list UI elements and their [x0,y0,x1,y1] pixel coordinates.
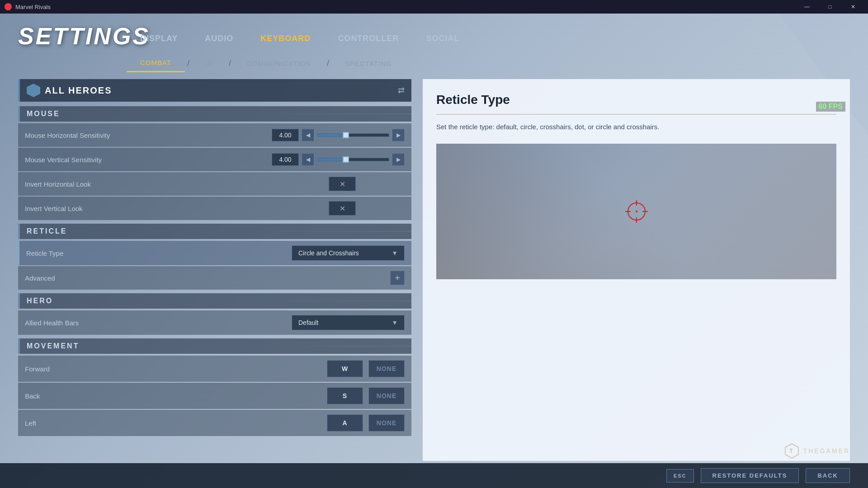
advanced-row[interactable]: Advanced + [18,266,411,290]
left-row: Left A NONE [18,410,411,436]
left-panel: ALL HEROES ⇄ MOUSE Mouse Horizontal Sens… [18,79,411,461]
maximize-button[interactable]: □ [820,0,840,14]
tab-keyboard[interactable]: KEYBOARD [247,27,324,50]
reticle-type-row: Reticle Type Circle and Crosshairs ▼ [18,241,411,265]
advanced-label: Advanced [25,274,390,282]
back-label: Back [25,392,324,400]
hero-selector[interactable]: ALL HEROES ⇄ [18,79,411,102]
mouse-horizontal-value: 4.00 [272,129,299,141]
left-label: Left [25,419,324,427]
forward-row: Forward W NONE [18,356,411,382]
sub-nav: COMBAT / UI / COMMUNICATION / SPECTATING [127,54,406,72]
mouse-vertical-thumb[interactable] [343,156,349,163]
mouse-vertical-slider[interactable] [317,158,389,161]
esc-button[interactable]: ESC [666,469,694,483]
invert-horizontal-toggle[interactable]: ✕ [329,177,356,191]
invert-vertical-control: ✕ [329,201,405,216]
movement-section-header: MOVEMENT [18,338,411,354]
mouse-vertical-value: 4.00 [272,153,299,166]
tab-display[interactable]: DISPLAY [127,27,191,50]
invert-vertical-toggle[interactable]: ✕ [329,201,356,216]
reticle-type-dropdown[interactable]: Circle and Crosshairs ▼ [292,245,405,261]
left-key1[interactable]: A [327,414,363,432]
mouse-horizontal-increase[interactable]: ▶ [392,129,405,141]
tab-audio[interactable]: AUDIO [191,27,247,50]
mouse-vertical-label: Mouse Vertical Sensitivity [25,156,272,164]
hero-icon [27,84,40,97]
invert-horizontal-row: Invert Horizontal Look ✕ [18,172,411,196]
mouse-horizontal-control: 4.00 ◀ ▶ [272,129,405,141]
mouse-vertical-control: 4.00 ◀ ▶ [272,153,405,166]
allied-health-value: Default [298,319,387,326]
back-row: Back S NONE [18,383,411,409]
mouse-section-header: MOUSE [18,106,411,122]
thegamer-text: THEGAMER [803,447,850,455]
back-key2[interactable]: NONE [368,387,405,404]
left-key2[interactable]: NONE [368,414,405,432]
tab-social[interactable]: SOCIAL [412,27,473,50]
hero-swap-icon[interactable]: ⇄ [398,85,405,95]
reticle-type-value: Circle and Crosshairs [298,249,387,257]
reticle-top-line [636,200,637,206]
back-key1[interactable]: S [327,387,363,404]
subtab-combat[interactable]: COMBAT [127,54,185,72]
hero-section-header: HERO [18,293,411,309]
subtab-ui[interactable]: UI [192,55,226,72]
forward-key1[interactable]: W [327,360,363,377]
allied-health-row: Allied Health Bars Default ▼ [18,310,411,335]
invert-horizontal-label: Invert Horizontal Look [25,180,329,188]
invert-vertical-label: Invert Vertical Look [25,205,329,212]
reticle-type-label: Reticle Type [26,249,292,257]
subtab-communication[interactable]: COMMUNICATION [233,55,325,72]
reticle-section-title: RETICLE [27,227,67,235]
hero-section-title: HERO [27,297,53,305]
minimize-button[interactable]: — [797,0,817,14]
restore-defaults-button[interactable]: RESTORE DEFAULTS [701,468,799,483]
titlebar-left: Marvel Rivals [5,3,51,10]
mouse-vertical-row: Mouse Vertical Sensitivity 4.00 ◀ ▶ [18,148,411,171]
advanced-expand-button[interactable]: + [390,271,405,285]
thegamer-logo-icon: T [784,443,800,459]
nav-separator-3: / [325,59,331,68]
reticle-center-dot [636,211,637,212]
bottom-bar: ESC RESTORE DEFAULTS BACK [0,463,868,488]
top-nav: DISPLAY AUDIO KEYBOARD CONTROLLER SOCIAL [127,27,473,50]
nav-separator-1: / [185,59,192,68]
left-keybinds: A NONE [324,414,405,432]
titlebar-controls: — □ ✕ [797,0,863,14]
mouse-section-title: MOUSE [27,110,60,118]
mouse-horizontal-thumb[interactable] [343,132,349,138]
mouse-horizontal-row: Mouse Horizontal Sensitivity 4.00 ◀ ▶ [18,123,411,147]
invert-horizontal-control: ✕ [329,177,405,191]
titlebar: Marvel Rivals — □ ✕ [0,0,868,14]
forward-keybinds: W NONE [324,360,405,377]
tab-controller[interactable]: CONTROLLER [324,27,412,50]
mouse-vertical-decrease[interactable]: ◀ [302,153,314,166]
mouse-vertical-fill [317,158,346,161]
back-button[interactable]: BACK [806,468,850,483]
close-button[interactable]: ✕ [843,0,863,14]
forward-label: Forward [25,365,324,373]
back-keybinds: S NONE [324,387,405,404]
dropdown-arrow-icon: ▼ [392,249,398,257]
forward-key2[interactable]: NONE [368,360,405,377]
allied-health-dropdown[interactable]: Default ▼ [292,315,405,330]
allied-health-arrow-icon: ▼ [392,319,398,326]
reticle-section-header: RETICLE [18,224,411,239]
mouse-horizontal-decrease[interactable]: ◀ [302,129,314,141]
allied-health-label: Allied Health Bars [25,319,292,327]
mouse-horizontal-fill [317,134,346,136]
reticle-type-description: Set the reticle type: default, circle, c… [436,122,836,132]
reticle-preview [436,144,836,279]
app-icon [5,3,12,10]
nav-separator-2: / [226,59,233,68]
mouse-horizontal-slider[interactable] [317,133,389,137]
subtab-spectating[interactable]: SPECTATING [331,55,406,72]
logo-watermark: T THEGAMER [784,443,850,459]
hero-name: ALL HEROES [45,85,393,96]
mouse-horizontal-label: Mouse Horizontal Sensitivity [25,131,272,139]
svg-text:T: T [789,448,794,454]
reticle-right-line [642,211,648,212]
mouse-vertical-increase[interactable]: ▶ [392,153,405,166]
app-title: Marvel Rivals [15,4,51,10]
